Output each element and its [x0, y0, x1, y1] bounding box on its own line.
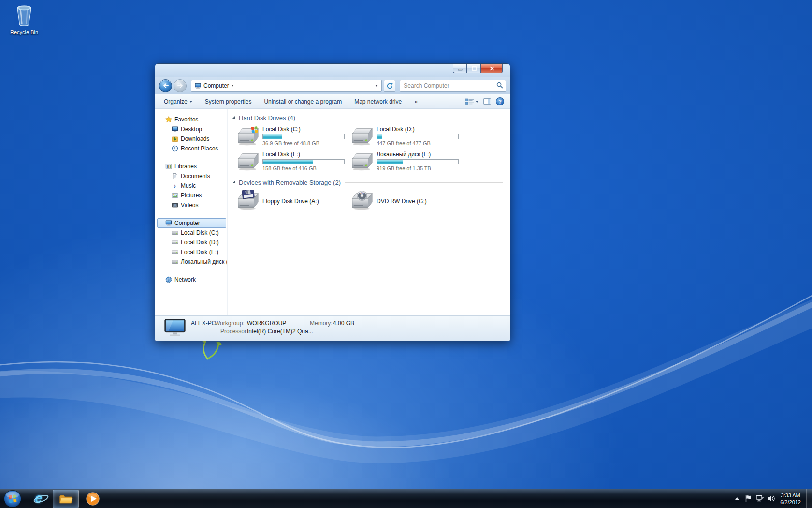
taskbar-clock[interactable]: 3:33 AM 6/2/2012	[780, 492, 801, 506]
explorer-window: Computer	[155, 63, 510, 341]
sidebar-item-recent-places[interactable]: Recent Places	[155, 144, 227, 153]
search-input[interactable]	[404, 82, 496, 89]
sidebar-item-videos[interactable]: Videos	[155, 200, 227, 210]
search-icon[interactable]	[496, 82, 503, 90]
sidebar-item-music[interactable]: ♪ Music	[155, 181, 227, 191]
network-icon[interactable]	[754, 489, 766, 508]
uninstall-program-button[interactable]: Uninstall or change a program	[264, 98, 342, 105]
sidebar-computer[interactable]: Computer	[157, 218, 226, 228]
preview-pane-button[interactable]	[483, 98, 491, 105]
sidebar-label: Favorites	[174, 116, 198, 123]
refresh-button[interactable]	[384, 80, 395, 92]
favorites-star-icon	[165, 116, 172, 123]
media-player-icon	[86, 492, 100, 506]
preview-pane-icon	[483, 98, 491, 105]
capacity-bar	[262, 159, 345, 164]
internet-explorer-icon: e	[35, 492, 42, 505]
sidebar-item-label: Music	[181, 182, 196, 189]
minimize-button[interactable]	[453, 64, 467, 73]
computer-icon	[194, 82, 202, 90]
recycle-bin-icon	[14, 22, 35, 29]
clock-icon	[171, 145, 178, 152]
address-dropdown-button[interactable]	[372, 81, 380, 91]
sidebar-item-desktop[interactable]: Desktop	[155, 124, 227, 134]
sidebar-item-label: Pictures	[181, 192, 202, 199]
capacity-bar	[262, 134, 345, 139]
sidebar-item-local-disk-e[interactable]: Local Disk (E:)	[155, 247, 227, 257]
sidebar-item-documents[interactable]: Documents	[155, 171, 227, 181]
drive-icon	[171, 239, 178, 246]
clock-date: 6/2/2012	[780, 499, 801, 506]
window-titlebar[interactable]	[155, 64, 510, 77]
downloads-icon	[171, 135, 178, 143]
music-note-icon: ♪	[171, 182, 178, 190]
forward-button[interactable]	[174, 79, 187, 92]
sidebar-network[interactable]: Network	[155, 275, 227, 284]
breadcrumb-arrow-icon	[232, 84, 233, 87]
group-header-hard-disk-drives[interactable]: Hard Disk Drives (4)	[232, 113, 506, 122]
libraries-icon	[165, 163, 172, 170]
help-button[interactable]: ?	[496, 97, 504, 105]
recycle-bin[interactable]: Recycle Bin	[3, 4, 45, 35]
sidebar-item-label: Local Disk (E:)	[181, 249, 218, 255]
command-toolbar: Organize System properties Uninstall or …	[155, 94, 510, 109]
hard-drive-icon	[350, 125, 374, 147]
forward-arrow-icon	[176, 82, 184, 90]
taskbar-explorer-button[interactable]	[53, 490, 79, 508]
sidebar-item-label: Local Disk (C:)	[181, 229, 219, 236]
drive-icon	[171, 249, 178, 256]
device-tile-floppy-a[interactable]: Floppy Disk Drive (A:)	[236, 190, 350, 212]
device-tile-dvd-g[interactable]: DVD DVD RW Drive (G:)	[350, 190, 464, 212]
document-icon	[171, 173, 178, 180]
chevron-down-icon	[476, 101, 478, 103]
taskbar-media-player-button[interactable]	[80, 490, 106, 508]
maximize-button[interactable]	[467, 64, 481, 73]
sidebar-item-local-disk-c[interactable]: Local Disk (C:)	[155, 228, 227, 238]
taskbar-ie-button[interactable]: e	[26, 490, 52, 508]
back-button[interactable]	[159, 79, 172, 92]
computer-name: ALEX-PC	[191, 320, 216, 327]
chevron-down-icon	[375, 85, 378, 87]
sidebar-item-local-disk-f[interactable]: Локальный диск (F:	[155, 257, 227, 267]
sidebar-favorites[interactable]: Favorites	[155, 115, 227, 124]
close-button[interactable]	[481, 64, 503, 73]
toolbar-overflow-button[interactable]: »	[414, 98, 418, 105]
sidebar-item-pictures[interactable]: Pictures	[155, 191, 227, 200]
change-view-button[interactable]	[465, 98, 478, 105]
volume-icon[interactable]	[766, 489, 777, 508]
collapse-arrow-icon	[232, 180, 235, 183]
sidebar-label: Computer	[174, 220, 200, 226]
group-header-removable-storage[interactable]: Devices with Removable Storage (2)	[232, 178, 506, 187]
help-icon: ?	[496, 97, 504, 105]
show-desktop-button[interactable]	[806, 489, 812, 508]
drive-tile-local-disk-d[interactable]: Local Disk (D:) 447 GB free of 477 GB	[350, 125, 464, 148]
drive-icon	[171, 229, 178, 237]
system-properties-button[interactable]: System properties	[205, 98, 252, 105]
map-network-drive-button[interactable]: Map network drive	[354, 98, 402, 105]
details-pane: ALEX-PC Workgroup: WORKGROUP Memory: 4.0…	[155, 315, 510, 341]
workgroup-label: Workgroup:	[215, 320, 245, 327]
drive-tile-local-disk-c[interactable]: Local Disk (C:) 36.9 GB free of 48.8 GB	[236, 125, 350, 148]
start-button[interactable]	[0, 489, 25, 508]
breadcrumb-computer[interactable]: Computer	[202, 81, 235, 90]
sidebar-item-local-disk-d[interactable]: Local Disk (D:)	[155, 238, 227, 247]
organize-menu[interactable]: Organize	[164, 98, 192, 105]
sidebar-libraries[interactable]: Libraries	[155, 162, 227, 171]
action-center-flag-icon[interactable]	[742, 489, 754, 508]
search-box[interactable]	[400, 80, 506, 92]
drive-tile-local-disk-f[interactable]: Локальный диск (F:) 919 GB free of 1.35 …	[350, 150, 464, 173]
navigation-bar: Computer	[155, 77, 510, 94]
picture-icon	[171, 192, 178, 199]
views-icon	[465, 98, 474, 105]
tray-expand-button[interactable]	[732, 489, 742, 508]
sidebar-item-label: Desktop	[181, 126, 202, 133]
drive-tile-local-disk-e[interactable]: Local Disk (E:) 158 GB free of 416 GB	[236, 150, 350, 173]
sidebar-item-downloads[interactable]: Downloads	[155, 134, 227, 144]
dvd-drive-icon: DVD	[350, 190, 374, 211]
sidebar-item-label: Documents	[181, 173, 210, 179]
address-bar[interactable]: Computer	[191, 80, 382, 92]
sidebar-label: Libraries	[174, 163, 197, 170]
back-arrow-icon	[162, 82, 170, 90]
folder-icon	[58, 493, 73, 505]
recycle-bin-label: Recycle Bin	[3, 30, 45, 35]
